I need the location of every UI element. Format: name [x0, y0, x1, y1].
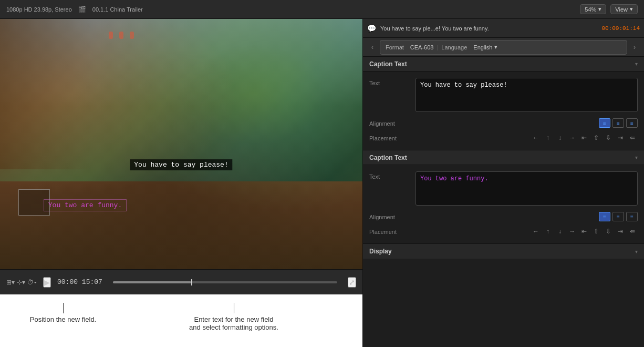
section1-chevron: ▾ [635, 61, 638, 67]
placement-up-2[interactable]: ↑ [543, 227, 553, 236]
speed-button[interactable]: ⏱▾ [27, 279, 37, 286]
section2-placement-label: Placement [369, 227, 411, 235]
section1-text-value[interactable]: You have to say please! [416, 78, 638, 114]
language-value: English [473, 44, 492, 50]
view-toggle-button[interactable]: ⊞▾ [6, 279, 15, 286]
video-background: You have to say please! You two are funn… [0, 19, 362, 269]
progress-bar[interactable] [113, 281, 337, 283]
zoom-control[interactable]: 54% ▾ [580, 4, 606, 14]
align-left-button-2[interactable]: ≡ [599, 212, 610, 221]
view-label: View [615, 6, 628, 13]
placement-down-1[interactable]: ↓ [555, 133, 565, 142]
section2-text-label: Text [369, 171, 411, 180]
section3-chevron: ▾ [635, 249, 638, 254]
section2-textarea[interactable]: You two are funny. [416, 171, 638, 206]
zoom-chevron: ▾ [598, 6, 601, 13]
align-right-button-2[interactable]: ≡ [626, 212, 638, 221]
annotation-right: Enter text for the new fieldand select f… [116, 303, 352, 331]
format-sep2: | [437, 44, 438, 50]
nav-forward-icon: › [633, 44, 636, 51]
captions-panel: 💬 You have to say ple...e! You two are f… [362, 19, 644, 347]
section1-text-label: Text [369, 78, 411, 86]
caption-topbar: 💬 You have to say ple...e! You two are f… [363, 19, 644, 38]
section2-header[interactable]: Caption Text ▾ [363, 150, 644, 165]
section2-chevron: ▾ [635, 155, 638, 160]
align-right-button-1[interactable]: ≡ [626, 118, 638, 128]
fullscreen-button[interactable]: ⤢ [348, 277, 356, 288]
playback-controls-left: ⊞▾ ⊹▾ ⏱▾ [6, 279, 37, 286]
placement-far-down-2[interactable]: ⇩ [603, 227, 614, 236]
section2-alignment-row: Alignment ≡ ≡ ≡ [363, 210, 644, 224]
top-bar: 1080p HD 23.98p, Stereo 🎬 00.1.1 China T… [0, 0, 644, 19]
placement-far-right-2[interactable]: ⇥ [615, 227, 626, 236]
language-selector[interactable]: English ▾ [473, 44, 497, 50]
section1-alignment-row: Alignment ≡ ≡ ≡ [363, 116, 644, 131]
timecode-duration: 15:07 [82, 278, 102, 286]
section3-header[interactable]: Display ▾ [363, 244, 644, 259]
annotation-area: Position the new field. Enter text for t… [0, 294, 362, 347]
section3-title: Display [369, 248, 392, 255]
placement-far-right-1[interactable]: ⇥ [615, 133, 626, 142]
timecode-current: 00:00 [57, 278, 78, 286]
placement-down-2[interactable]: ↓ [555, 227, 565, 236]
playback-bar: ⊞▾ ⊹▾ ⏱▾ ▶ 00:00 15:07 ⤢ [0, 269, 362, 294]
clip-name: 00.1.1 China Trailer [92, 6, 143, 13]
annotation-line-left [63, 303, 64, 313]
placement-far-left-2[interactable]: ⇤ [579, 227, 589, 236]
video-area[interactable]: You have to say please! You two are funn… [0, 19, 362, 269]
placement-left-2[interactable]: ← [531, 227, 541, 236]
caption-current-preview: You have to say ple...e! You two are fun… [380, 25, 597, 32]
annotation-right-text: Enter text for the new fieldand select f… [189, 315, 278, 331]
annotation-left: Position the new field. [11, 303, 116, 323]
caption-navbar: ‹ Format CEA-608 | Language English ▾ › [363, 38, 644, 57]
caption-timecode: 00:00:01:14 [601, 25, 640, 32]
transform-button[interactable]: ⊹▾ [17, 279, 25, 286]
top-bar-center: 54% ▾ View ▾ [580, 4, 638, 14]
placement-up-1[interactable]: ↑ [543, 133, 553, 142]
section2-text-value[interactable]: You two are funny. [416, 171, 638, 208]
inspector-body[interactable]: Caption Text ▾ Text You have to say plea… [363, 57, 644, 347]
nav-forward-button[interactable]: › [627, 40, 642, 55]
playback-timecode: 00:00 15:07 [57, 278, 102, 286]
align-center-button-2[interactable]: ≡ [612, 212, 624, 221]
section1-title: Caption Text [369, 60, 407, 68]
placement-left-1[interactable]: ← [531, 133, 541, 142]
main-content: You have to say please! You two are funn… [0, 19, 644, 347]
section1-placement-row: Placement ← ↑ ↓ → ⇤ ⇧ ⇩ ⇥ ⇚ [363, 131, 644, 146]
align-left-button-1[interactable]: ≡ [599, 118, 610, 128]
caption-magenta: You two are funny. [44, 199, 127, 211]
caption-bubble-icon: 💬 [367, 24, 376, 33]
placement-far-down-1[interactable]: ⇩ [603, 133, 614, 142]
placement-far-up-1[interactable]: ⇧ [591, 133, 601, 142]
section1-alignment-label: Alignment [369, 118, 411, 127]
annotation-left-text: Position the new field. [30, 315, 96, 323]
caption-format-bar: Format CEA-608 | Language English ▾ [380, 40, 627, 55]
placement-far-up-2[interactable]: ⇧ [591, 227, 601, 236]
language-label: Language [441, 44, 467, 50]
playhead [191, 279, 192, 285]
caption-magenta-text: You two are funny. [48, 201, 122, 209]
section1-header[interactable]: Caption Text ▾ [363, 57, 644, 72]
placement-reset-2[interactable]: ⇚ [627, 227, 638, 236]
nav-back-icon: ‹ [371, 44, 373, 51]
placement-right-1[interactable]: → [567, 133, 577, 142]
placement-far-left-1[interactable]: ⇤ [579, 133, 589, 142]
nav-back-button[interactable]: ‹ [365, 40, 380, 55]
section1-alignment-buttons: ≡ ≡ ≡ [416, 118, 638, 128]
format-value: CEA-608 [410, 44, 434, 50]
caption-white: You have to say please! [130, 159, 232, 170]
view-chevron: ▾ [630, 6, 633, 13]
view-control[interactable]: View ▾ [610, 4, 638, 14]
section1-body: Text You have to say please! Alignment ≡… [363, 72, 644, 150]
scene-overlay [0, 19, 362, 269]
align-center-button-1[interactable]: ≡ [612, 118, 624, 128]
progress-fill [113, 281, 192, 283]
placement-reset-1[interactable]: ⇚ [627, 133, 638, 142]
video-panel: You have to say please! You two are funn… [0, 19, 362, 347]
camera-icon: 🎬 [78, 6, 86, 13]
play-button[interactable]: ▶ [43, 277, 51, 288]
section2-body: Text You two are funny. Alignment ≡ ≡ ≡ [363, 165, 644, 244]
section1-textarea[interactable]: You have to say please! [416, 78, 638, 112]
section2-placement-row: Placement ← ↑ ↓ → ⇤ ⇧ ⇩ ⇥ ⇚ [363, 224, 644, 239]
placement-right-2[interactable]: → [567, 227, 577, 236]
